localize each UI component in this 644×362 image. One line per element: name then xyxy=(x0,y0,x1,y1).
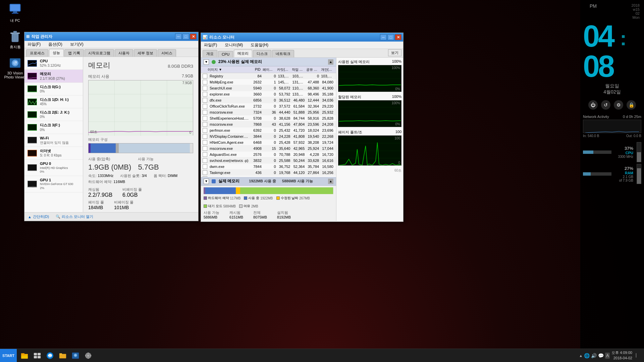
table-row[interactable]: explorer.exe 3660 0 53,792 133,684 98,49… xyxy=(201,91,336,97)
tab-services[interactable]: 서비스 xyxy=(158,49,176,57)
section-collapse-icon[interactable]: ▲ xyxy=(328,59,333,65)
row-checkbox[interactable] xyxy=(203,164,207,169)
settings-button[interactable]: ⚙ xyxy=(614,100,623,110)
rm-maximize-button[interactable]: □ xyxy=(387,34,394,40)
menu-options[interactable]: 옵션(O) xyxy=(47,41,63,48)
row-checkbox[interactable] xyxy=(203,152,207,157)
sidebar-item-disk2[interactable]: 디스크 2(E: J: K:) 0% xyxy=(24,108,83,121)
col-header-page[interactable]: 페이지(KB) xyxy=(262,67,276,72)
sidebar-item-disk0[interactable]: 디스크 0(G:) 0% xyxy=(24,83,83,96)
open-resource-monitor-link[interactable]: 🔍 리소스 모니터 열기 xyxy=(56,214,93,219)
table-row[interactable]: HNetCom.Agent.exe 6468 0 25,428 57,932 3… xyxy=(201,139,336,145)
phys-collapse-icon[interactable]: ▲ xyxy=(328,179,333,184)
sidebar-item-cpu[interactable]: CPU 52% 3.12GHz xyxy=(24,57,83,70)
sidebar-item-disk1[interactable]: 디스크 1(D: H: I:) 45% xyxy=(24,96,83,108)
refresh-button[interactable]: ↺ xyxy=(601,100,610,110)
menu-view[interactable]: 보기(V) xyxy=(69,41,85,48)
section-expand-icon[interactable]: ▼ xyxy=(204,59,209,65)
table-row[interactable]: dwm.exe 7844 0 36,752 52,364 35,784 16,5… xyxy=(201,164,336,170)
row-checkbox[interactable] xyxy=(203,128,207,133)
col-header-name[interactable]: 이미지 ▼ xyxy=(207,67,250,72)
desktop-icon-mypc[interactable]: 내 PC xyxy=(3,3,27,23)
rm-menu-help[interactable]: 도움말(H) xyxy=(249,42,270,49)
rm-tab-network[interactable]: 네트워크 xyxy=(272,50,294,57)
row-checkbox[interactable] xyxy=(203,104,207,109)
row-checkbox[interactable] xyxy=(203,158,207,163)
row-checkbox[interactable] xyxy=(203,74,207,78)
table-row[interactable]: NVDisplay.Container.exe 3844 0 24,228 41… xyxy=(201,133,336,139)
col-header-share[interactable]: 공유 가... xyxy=(305,67,320,72)
tray-expand-icon[interactable]: ▲ xyxy=(579,354,583,358)
table-row[interactable]: mscorsvw.exe 7324 36 44,440 51,888 25,95… xyxy=(201,109,336,115)
rm-tab-cpu[interactable]: CPU xyxy=(218,51,233,57)
power-button[interactable]: ⏻ xyxy=(588,100,598,110)
row-checkbox[interactable] xyxy=(203,122,207,127)
table-row[interactable]: OfficeClickToRun.exe 2732 0 37,572 61,58… xyxy=(201,103,336,109)
sidebar-item-gpu1[interactable]: GPU 1 NVIDIA GeForce GT 6302% xyxy=(24,176,83,192)
simple-view-link[interactable]: ▲ 간단히(D) xyxy=(28,214,49,219)
table-row[interactable]: ShellExperienceHost.exe 5708 0 38,628 84… xyxy=(201,115,336,121)
sidebar-item-wifi[interactable]: Wi-Fi 연결되어 있지 않음 xyxy=(24,134,83,147)
desktop-icon-3dvision[interactable]: 3D VisionPhoto Viewer xyxy=(3,56,27,79)
tab-process[interactable]: 프로세스 xyxy=(26,49,48,57)
row-checkbox[interactable] xyxy=(203,134,207,139)
taskbar-task-view[interactable] xyxy=(31,349,43,362)
table-row[interactable]: perfmon.exe 6392 0 25,432 41,720 18,024 … xyxy=(201,127,336,133)
tab-users[interactable]: 사용자 xyxy=(115,49,133,57)
table-row[interactable]: Registry 84 0 133,672 103,836 0 103,836 xyxy=(201,73,336,79)
row-checkbox[interactable] xyxy=(203,170,207,175)
table-row[interactable]: mscorsvw.exe 4908 15 35,640 42,965 25,92… xyxy=(201,145,336,152)
rm-view-button[interactable]: 보기 xyxy=(388,49,401,56)
show-desktop-button[interactable]: ▏ xyxy=(634,349,641,362)
row-checkbox[interactable] xyxy=(203,116,207,121)
table-row[interactable]: AdguardSvc.exe 2576 0 70,788 20,948 4,22… xyxy=(201,152,336,158)
col-header-work[interactable]: 작업 집... xyxy=(291,67,305,72)
start-button[interactable]: START xyxy=(0,349,17,362)
col-header-pid[interactable]: PID xyxy=(250,68,262,71)
row-checkbox[interactable] xyxy=(203,86,207,90)
row-checkbox[interactable] xyxy=(203,110,207,115)
rm-close-button[interactable]: ✕ xyxy=(395,34,401,40)
sidebar-item-ethernet[interactable]: 이더넷 S: 0 R: 0 Kbps xyxy=(24,147,83,160)
taskbar-photos[interactable] xyxy=(69,349,82,362)
lock-button[interactable]: 🔒 xyxy=(627,100,636,110)
tray-network-icon[interactable]: 🌐 xyxy=(584,353,590,358)
tab-startup[interactable]: 시작프로그램 xyxy=(85,49,114,57)
rm-tab-overview[interactable]: 개요 xyxy=(203,50,217,57)
col-header-priv[interactable]: 개인(KB) xyxy=(320,67,334,72)
rm-tab-memory[interactable]: 메모리 xyxy=(234,50,252,57)
row-checkbox[interactable] xyxy=(203,92,207,97)
table-row[interactable]: Taskmgr.exe 436 0 19,768 44,120 27,864 1… xyxy=(201,170,336,176)
tray-notification-icon[interactable]: 💬 xyxy=(598,353,604,358)
tab-app-history[interactable]: 앱 기록 xyxy=(64,49,84,57)
sidebar-item-disk3[interactable]: 디스크 3(F:) 0% xyxy=(24,121,83,134)
tray-input-method[interactable]: A xyxy=(605,353,610,359)
row-checkbox[interactable] xyxy=(203,140,207,145)
table-row[interactable]: SearchUI.exe 5940 0 58,072 110,260 68,36… xyxy=(201,85,336,91)
rm-tab-disk[interactable]: 디스크 xyxy=(253,50,271,57)
taskbar-file-explorer[interactable] xyxy=(18,349,31,362)
phys-expand-icon[interactable]: ▼ xyxy=(204,179,209,184)
tab-performance[interactable]: 성능 xyxy=(49,49,64,57)
sidebar-item-memory[interactable]: 메모리 2.1/7.9GB (27%) xyxy=(24,70,83,82)
row-checkbox[interactable] xyxy=(203,98,207,103)
close-button[interactable]: ✕ xyxy=(190,34,197,40)
taskbar-edge[interactable] xyxy=(44,349,56,362)
maximize-button[interactable]: □ xyxy=(182,34,189,40)
table-row[interactable]: svchost.exe(netsvcs -p) 3832 0 25,588 50… xyxy=(201,158,336,164)
taskbar-folder[interactable] xyxy=(57,349,69,362)
tab-details[interactable]: 세부 정보 xyxy=(134,49,157,57)
clock-area[interactable]: 오후 4:09:00 2018-04-02 xyxy=(611,350,632,361)
menu-file[interactable]: 파일(F) xyxy=(26,41,42,48)
rm-menu-monitor[interactable]: 모니터(M) xyxy=(223,42,244,49)
col-header-carit[interactable]: 카밋(KB) xyxy=(276,67,290,72)
table-row[interactable]: dfx.exe 6856 0 36,512 46,480 12,444 34,0… xyxy=(201,97,336,103)
tray-volume-icon[interactable]: 🔊 xyxy=(591,353,597,358)
table-row[interactable]: MsMpEng.exe 2632 1 145,640 131,568 47,48… xyxy=(201,79,336,85)
desktop-icon-trash[interactable]: 휴지통 xyxy=(3,30,27,50)
taskbar-settings[interactable] xyxy=(82,349,94,362)
table-row[interactable]: mscorsvw.exe 7868 43 41,156 47,804 23,59… xyxy=(201,121,336,127)
row-checkbox[interactable] xyxy=(203,146,207,151)
rm-minimize-button[interactable]: ─ xyxy=(380,34,387,40)
row-checkbox[interactable] xyxy=(203,80,207,84)
